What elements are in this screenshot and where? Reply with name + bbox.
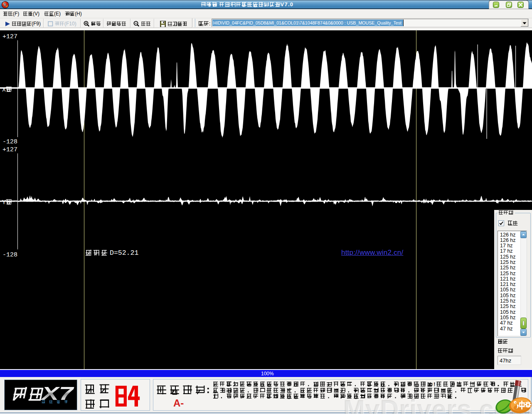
- svg-text:(F10): (F10): [64, 21, 76, 27]
- svg-text:V7.0: V7.0: [281, 1, 293, 7]
- svg-text:!: !: [433, 382, 435, 387]
- svg-text:HID\VID_04FC&PID_05D8&MI_01&CO: HID\VID_04FC&PID_05D8&MI_01&COL01\7&1048…: [213, 20, 402, 25]
- svg-text:(H): (H): [75, 11, 82, 17]
- svg-text:Y: Y: [2, 199, 6, 206]
- svg-text:(F): (F): [13, 11, 19, 17]
- svg-text:X: X: [2, 86, 6, 94]
- svg-text:(F9): (F9): [32, 21, 41, 27]
- svg-text:(E): (E): [54, 11, 61, 17]
- svg-text:(V): (V): [33, 11, 39, 17]
- svg-text::: :: [209, 21, 210, 27]
